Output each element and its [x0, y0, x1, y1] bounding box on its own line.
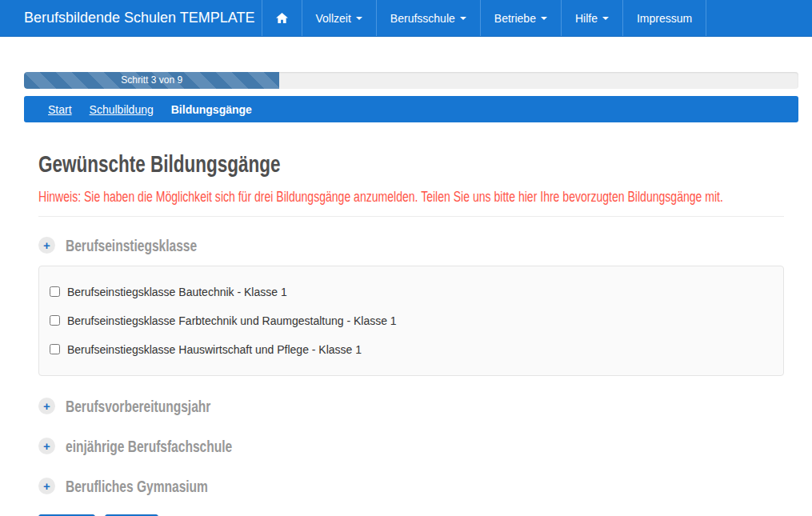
hint-text: Hinweis: Sie haben die Möglichkeit sich …	[38, 190, 784, 206]
checkbox-hauswirtschaft[interactable]	[50, 344, 60, 354]
page-content: Gewünschte Bildungsgänge Hinweis: Sie ha…	[24, 152, 798, 516]
breadcrumb-item-start[interactable]: Start	[48, 103, 72, 116]
breadcrumb-item-schulbildung[interactable]: Schulbildung	[90, 103, 154, 116]
nav-item-impressum[interactable]: Impressum	[622, 0, 706, 36]
options-panel: Berufseinstiegsklasse Bautechnik - Klass…	[38, 266, 784, 376]
progress-label: Schritt 3 von 9	[121, 74, 182, 86]
accordion-toggle-gymnasium[interactable]: + Berufliches Gymnasium	[38, 477, 784, 496]
chevron-down-icon	[541, 17, 547, 20]
chevron-down-icon	[602, 17, 609, 20]
chevron-down-icon	[460, 17, 466, 20]
progress-track: Schritt 3 von 9	[24, 72, 798, 89]
nav-item-label: Berufsschule	[390, 12, 455, 25]
divider	[38, 216, 784, 217]
accordion-label: Berufsvorbereitungsjahr	[66, 397, 262, 416]
option-row: Berufseinstiegsklasse Bautechnik - Klass…	[50, 286, 773, 298]
nav-item-hilfe[interactable]: Hilfe	[561, 0, 622, 36]
nav-item-betriebe[interactable]: Betriebe	[480, 0, 561, 36]
option-row: Berufseinstiegsklasse Farbtechnik und Ra…	[50, 314, 773, 327]
breadcrumb: Start Schulbildung Bildungsgänge	[24, 96, 798, 122]
accordion-toggle-berufsfachschule[interactable]: + einjährige Berufsfachschule	[38, 437, 784, 456]
home-icon	[276, 13, 288, 24]
navbar-menu: Vollzeit Berufsschule Betriebe Hilfe Imp…	[262, 0, 707, 36]
accordion-label: einjährige Berufsfachschule	[66, 437, 290, 456]
accordion-berufseinstiegsklasse: + Berufseinstiegsklasse Berufseinstiegsk…	[38, 236, 784, 376]
option-row: Berufseinstiegsklasse Hauswirtschaft und…	[50, 343, 773, 356]
checkbox-label[interactable]: Berufseinstiegsklasse Hauswirtschaft und…	[67, 343, 362, 356]
nav-item-berufsschule[interactable]: Berufsschule	[376, 0, 480, 36]
plus-icon[interactable]: +	[38, 237, 55, 254]
breadcrumb-item-current: Bildungsgänge	[171, 103, 252, 116]
accordion-toggle-berufseinstiegsklasse[interactable]: + Berufseinstiegsklasse	[38, 236, 784, 255]
chevron-down-icon	[356, 17, 362, 20]
page-title: Gewünschte Bildungsgänge	[38, 152, 784, 176]
nav-item-home[interactable]	[262, 0, 302, 36]
nav-item-label: Hilfe	[575, 12, 598, 25]
navbar-brand[interactable]: Berufsbildende Schulen TEMPLATE	[0, 0, 262, 36]
plus-icon[interactable]: +	[38, 438, 55, 454]
checkbox-farbtechnik[interactable]	[50, 315, 60, 326]
nav-item-vollzeit[interactable]: Vollzeit	[302, 0, 376, 36]
main-container: Schritt 3 von 9 Start Schulbildung Bildu…	[24, 72, 798, 516]
accordion-label: Berufseinstiegsklasse	[66, 236, 243, 255]
plus-icon[interactable]: +	[38, 398, 55, 414]
accordion-label: Berufliches Gymnasium	[66, 477, 258, 496]
checkbox-label[interactable]: Berufseinstiegsklasse Farbtechnik und Ra…	[67, 314, 397, 327]
checkbox-label[interactable]: Berufseinstiegsklasse Bautechnik - Klass…	[67, 286, 287, 298]
accordion-toggle-berufsvorbereitungsjahr[interactable]: + Berufsvorbereitungsjahr	[38, 397, 784, 416]
nav-item-label: Vollzeit	[316, 12, 351, 25]
plus-icon[interactable]: +	[38, 478, 55, 494]
checkbox-bautechnik[interactable]	[50, 286, 60, 297]
nav-item-label: Betriebe	[494, 12, 536, 25]
nav-item-label: Impressum	[637, 12, 692, 25]
top-navbar: Berufsbildende Schulen TEMPLATE Vollzeit…	[0, 0, 812, 37]
progress-bar: Schritt 3 von 9	[24, 72, 279, 89]
